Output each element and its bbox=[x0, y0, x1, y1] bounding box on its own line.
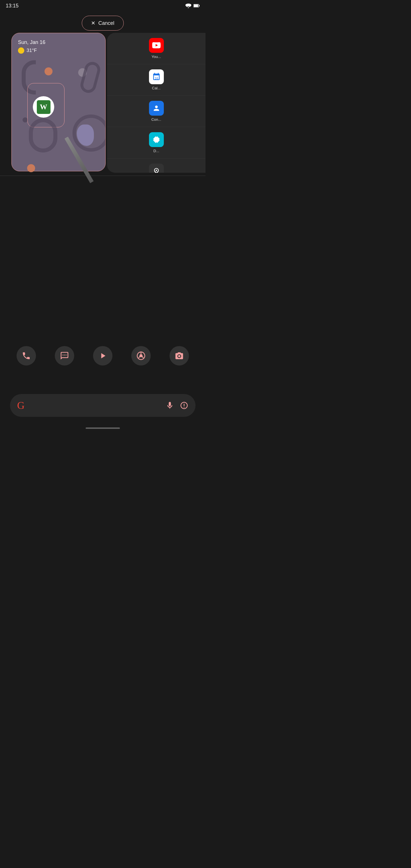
decorative-pill bbox=[79, 60, 102, 94]
phone-icon bbox=[22, 351, 31, 360]
podcast-icon bbox=[149, 164, 164, 173]
google-search-bar[interactable]: G bbox=[10, 394, 195, 417]
dock-camera[interactable] bbox=[169, 346, 189, 366]
close-icon: ✕ bbox=[91, 20, 95, 26]
contacts-icon bbox=[149, 101, 164, 116]
decorative-dot-orange bbox=[44, 67, 53, 75]
home-indicator bbox=[86, 428, 120, 429]
svg-text:16: 16 bbox=[154, 76, 158, 80]
decorative-dot-orange-bottom bbox=[27, 164, 35, 172]
app-list-item-podcast[interactable]: Pod... bbox=[107, 158, 205, 173]
word-icon-circle: W bbox=[33, 96, 54, 118]
widget-date: Sun, Jan 16 bbox=[18, 39, 45, 45]
calendar-icon: 16 bbox=[149, 69, 164, 84]
app-list-item-youtube[interactable]: You... bbox=[107, 33, 205, 64]
cancel-button[interactable]: ✕ Cancel bbox=[82, 16, 124, 31]
decorative-dot-small bbox=[23, 117, 28, 123]
app-list-item-dart[interactable]: D... bbox=[107, 127, 205, 158]
widget-weather: 31°F bbox=[18, 48, 37, 54]
widget-card[interactable]: Sun, Jan 16 31°F W bbox=[11, 33, 105, 171]
dock-phone[interactable] bbox=[17, 346, 36, 366]
status-icons bbox=[186, 3, 200, 8]
wifi-icon bbox=[186, 3, 191, 8]
app-list-item-contacts[interactable]: Con... bbox=[107, 96, 205, 127]
messages-icon bbox=[60, 351, 69, 360]
chrome-icon bbox=[136, 351, 146, 360]
play-store-icon bbox=[98, 351, 107, 360]
google-g-icon: G bbox=[17, 399, 25, 411]
dart-label: D... bbox=[153, 149, 159, 153]
word-letter: W bbox=[40, 103, 48, 111]
calendar-label: Cal... bbox=[152, 86, 160, 90]
app-list-panel: You... 16 Cal... Con... D... bbox=[107, 33, 205, 173]
dock-messages[interactable] bbox=[55, 346, 74, 366]
decorative-hook-bottom bbox=[29, 118, 57, 152]
dock-play-store[interactable] bbox=[93, 346, 113, 366]
battery-icon bbox=[193, 3, 200, 8]
sun-icon bbox=[18, 48, 24, 54]
word-icon-inner: W bbox=[37, 100, 51, 114]
status-bar: 13:15 bbox=[0, 0, 205, 11]
status-time: 13:15 bbox=[6, 3, 19, 9]
youtube-label: You... bbox=[152, 55, 161, 59]
dock bbox=[0, 340, 205, 371]
weather-temperature: 31°F bbox=[27, 48, 37, 53]
microphone-icon[interactable] bbox=[165, 401, 174, 410]
google-bar-right-icons bbox=[165, 401, 188, 410]
contacts-label: Con... bbox=[151, 117, 161, 122]
dock-chrome[interactable] bbox=[131, 346, 151, 366]
svg-rect-1 bbox=[194, 5, 198, 7]
app-list-item-calendar[interactable]: 16 Cal... bbox=[107, 64, 205, 96]
dart-icon bbox=[149, 132, 164, 147]
camera-icon bbox=[175, 351, 184, 360]
svg-rect-2 bbox=[199, 5, 200, 6]
youtube-icon bbox=[149, 38, 164, 53]
lens-icon[interactable] bbox=[180, 401, 188, 410]
dock-divider bbox=[0, 176, 205, 176]
cancel-label: Cancel bbox=[98, 20, 114, 26]
